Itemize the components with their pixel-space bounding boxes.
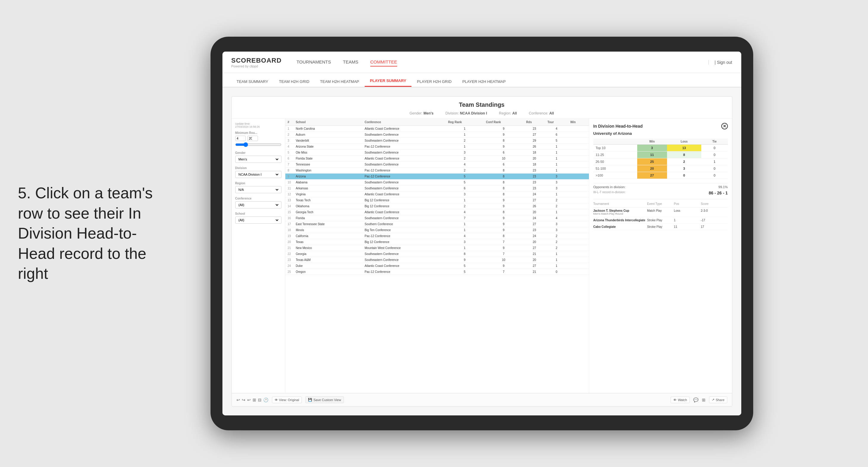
col-win: Win — [568, 119, 589, 126]
cell-tour: 1 — [545, 263, 568, 269]
opponents-label: Opponents in division: — [593, 185, 626, 189]
filter-conference-control[interactable]: (All) — [235, 201, 281, 209]
table-row[interactable]: 18 Illinois Big Ten Conference 1 9 23 3 — [285, 227, 589, 233]
cell-conf-rank: 6 — [484, 150, 524, 156]
subnav-team-h2h-heatmap[interactable]: TEAM H2H HEATMAP — [315, 76, 364, 87]
min-rounds-slider[interactable] — [235, 142, 281, 147]
cell-win — [568, 204, 589, 209]
tourn-col-tournament: Tournament — [593, 202, 647, 206]
filter-division-select[interactable]: NCAA Division I — [237, 173, 279, 177]
tournament-section: Tournament Event Type Pos Score Jackson … — [593, 199, 728, 230]
filter-gender-control[interactable]: Men's — [235, 156, 281, 163]
table-row[interactable]: 1 North Carolina Atlantic Coast Conferen… — [285, 126, 589, 132]
subnav-player-summary[interactable]: PLAYER SUMMARY — [365, 75, 412, 87]
clock-icon[interactable]: 🕐 — [263, 398, 268, 402]
cell-rds: 20 — [524, 156, 545, 162]
h2h-close-button[interactable]: ✕ — [721, 123, 728, 129]
cell-rds: 27 — [524, 245, 545, 251]
table-row[interactable]: 8 Washington Pac-12 Conference 2 8 23 1 — [285, 167, 589, 174]
cell-win — [568, 263, 589, 269]
table-row[interactable]: 25 Oregon Pac-12 Conference 5 7 21 0 — [285, 269, 589, 275]
subnav-team-h2h-grid[interactable]: TEAM H2H GRID — [273, 76, 315, 87]
table-row[interactable]: 24 Duke Atlantic Coast Conference 5 9 27… — [285, 263, 589, 269]
logo-title: SCOREBOARD — [231, 57, 282, 64]
subnav-team-summary[interactable]: TEAM SUMMARY — [231, 76, 274, 87]
min-rounds-input[interactable] — [235, 136, 246, 141]
table-row[interactable]: 17 East Tennessee State Southern Confere… — [285, 221, 589, 227]
h2h-cell-win: 27 — [637, 172, 667, 179]
grid-icon[interactable]: ⊞ — [702, 398, 706, 402]
tournament-rows: Jackson T. Stephens Cup Men's Match-Play… — [593, 208, 728, 230]
filter-conference: Conference (All) — [235, 197, 281, 209]
h2h-cell-loss: 2 — [667, 158, 701, 165]
sign-out[interactable]: | Sign out — [709, 60, 732, 65]
table-row[interactable]: 11 Arkansas Southeastern Conference 6 8 … — [285, 186, 589, 191]
tourn-col-event-type: Event Type — [647, 202, 674, 206]
table-row[interactable]: 19 California Pac-12 Conference 4 8 24 2 — [285, 233, 589, 239]
filter-division-control[interactable]: NCAA Division I — [235, 171, 281, 178]
redo-icon-2[interactable]: ↩ — [247, 398, 251, 402]
cell-conf-rank: 7 — [484, 239, 524, 245]
subnav-player-h2h-heatmap[interactable]: PLAYER H2H HEATMAP — [457, 76, 511, 87]
top-nav-items: TOURNAMENTS TEAMS COMMITTEE — [297, 58, 708, 66]
nav-tournaments[interactable]: TOURNAMENTS — [297, 58, 331, 66]
h2h-cell-tie: 0 — [701, 152, 728, 158]
nav-teams[interactable]: TEAMS — [343, 58, 359, 66]
table-row[interactable]: 2 Auburn Southeastern Conference 1 9 27 … — [285, 132, 589, 138]
cell-win — [568, 245, 589, 251]
tourn-col-score: Score — [701, 202, 727, 206]
top-nav: SCOREBOARD Powered by clippd TOURNAMENTS… — [222, 52, 741, 73]
table-row[interactable]: 7 Tennessee Southeastern Conference 4 6 … — [285, 162, 589, 167]
h2h-cell-win: 25 — [637, 158, 667, 165]
cell-tour: 3 — [545, 221, 568, 227]
nav-committee[interactable]: COMMITTEE — [370, 58, 397, 66]
filter-region-select[interactable]: N/A — [237, 188, 279, 192]
h2h-col-tie: Tie — [701, 139, 728, 145]
cell-rank: 12 — [285, 191, 293, 197]
view-original-button[interactable]: 👁 View: Original — [272, 397, 302, 403]
filter-school-select[interactable]: (All) — [237, 218, 279, 222]
cell-win — [568, 132, 589, 138]
table-row[interactable]: 3 Vanderbilt Southeastern Conference 2 8… — [285, 138, 589, 144]
table-row[interactable]: 15 Georgia Tech Atlantic Coast Conferenc… — [285, 209, 589, 215]
table-row[interactable]: 21 New Mexico Mountain West Conference 1… — [285, 245, 589, 251]
table-row[interactable]: 13 Texas Tech Big 12 Conference 1 9 27 2 — [285, 197, 589, 204]
table-row[interactable]: 6 Florida State Atlantic Coast Conferenc… — [285, 156, 589, 162]
table-row[interactable]: 14 Oklahoma Big 12 Conference 2 9 26 2 — [285, 204, 589, 209]
cell-school: Ole Miss — [293, 150, 362, 156]
filter-conference-select[interactable]: (All) — [237, 203, 279, 207]
table-row[interactable]: 5 Ole Miss Southeastern Conference 3 6 1… — [285, 150, 589, 156]
cell-conf-rank: 8 — [484, 180, 524, 186]
h2h-cell-range: 51-100 — [593, 165, 637, 172]
cell-rds: 27 — [524, 197, 545, 204]
paste-icon[interactable]: ⊟ — [258, 398, 261, 402]
table-row[interactable]: 16 Florida Southeastern Conference 7 9 2… — [285, 215, 589, 221]
table-row[interactable]: 4 Arizona State Pac-12 Conference 1 9 26… — [285, 144, 589, 150]
h2h-cell-range: 11-25 — [593, 152, 637, 158]
table-row[interactable]: 9 Arizona Pac-12 Conference 5 8 23 3 — [285, 174, 589, 180]
subnav-player-h2h-grid[interactable]: PLAYER H2H GRID — [411, 76, 457, 87]
redo-icon-1[interactable]: ↪ — [242, 398, 245, 402]
min-rounds-max-input[interactable] — [247, 136, 258, 141]
cell-conf-rank: 7 — [484, 269, 524, 275]
filter-gender-select[interactable]: Men's — [237, 157, 279, 161]
filter-region-control[interactable]: N/A — [235, 186, 281, 193]
comment-icon[interactable]: 💬 — [693, 398, 698, 402]
table-row[interactable]: 23 Texas A&M Southeastern Conference 9 1… — [285, 257, 589, 263]
save-custom-view-button[interactable]: 💾 Save Custom View — [305, 396, 344, 403]
cell-conference: Southeastern Conference — [362, 132, 446, 138]
standings-table: # School Conference Reg Rank Conf Rank R… — [285, 119, 589, 275]
cell-conference: Southeastern Conference — [362, 138, 446, 144]
filter-gender: Gender Men's — [235, 151, 281, 163]
table-row[interactable]: 10 Alabama Southeastern Conference 5 8 2… — [285, 180, 589, 186]
watch-button[interactable]: 👁 Watch — [671, 397, 690, 403]
copy-icon[interactable]: ⊞ — [253, 398, 256, 402]
cell-tour: 1 — [545, 162, 568, 167]
table-row[interactable]: 22 Georgia Southeastern Conference 8 7 2… — [285, 251, 589, 257]
undo-icon[interactable]: ↩ — [237, 398, 240, 402]
table-row[interactable]: 12 Virginia Atlantic Coast Conference 3 … — [285, 191, 589, 197]
table-row[interactable]: 20 Texas Big 12 Conference 3 7 20 2 — [285, 239, 589, 245]
cell-rank: 20 — [285, 239, 293, 245]
share-button[interactable]: ↗ Share — [709, 396, 727, 403]
filter-school-control[interactable]: (All) — [235, 217, 281, 224]
